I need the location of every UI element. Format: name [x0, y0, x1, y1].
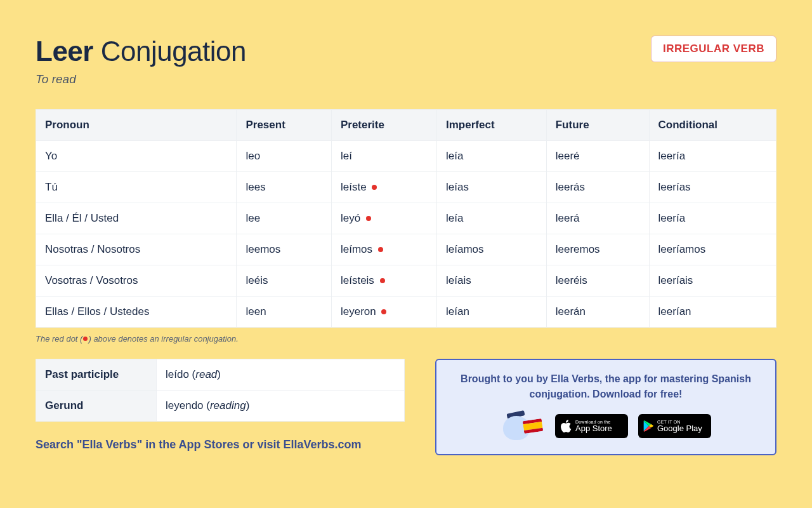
verb-translation: To read — [36, 72, 246, 86]
irregular-badge: IRREGULAR VERB — [651, 36, 776, 62]
table-row: Ellas / Ellos / Ustedesleenleyeron leían… — [36, 297, 776, 328]
page-title: Leer Conjugation — [36, 36, 246, 67]
pronoun-cell: Vosotras / Vosotros — [36, 265, 237, 297]
past-participle-value: leído (read) — [157, 359, 405, 391]
past-participle-label: Past participle — [36, 359, 157, 391]
pronoun-cell: Ellas / Ellos / Ustedes — [36, 297, 237, 328]
pronoun-cell: Nosotras / Nosotros — [36, 234, 237, 265]
table-row: Nosotras / Nosotrosleemosleímos leíamosl… — [36, 234, 776, 265]
preterite-cell: leímos — [331, 234, 436, 265]
google-play-icon — [643, 420, 653, 432]
table-header-row: PronounPresentPreteriteImperfectFutureCo… — [36, 110, 776, 141]
future-cell: leeréis — [546, 265, 649, 297]
column-header: Future — [546, 110, 649, 141]
table-row: Vosotras / Vosotrosleéisleísteis leíaisl… — [36, 265, 776, 297]
google-play-button[interactable]: GET IT ON Google Play — [638, 414, 711, 438]
conditional-cell: leería — [649, 141, 776, 172]
pronoun-cell: Yo — [36, 141, 237, 172]
promo-box: Brought to you by Ella Verbs, the app fo… — [435, 359, 776, 455]
pronoun-cell: Ella / Él / Usted — [36, 203, 237, 234]
footnote-before: The red dot ( — [36, 334, 82, 344]
irregular-dot-icon — [378, 247, 383, 252]
app-store-button[interactable]: Download on the App Store — [555, 414, 628, 438]
present-cell: lee — [237, 203, 332, 234]
imperfect-cell: leíamos — [437, 234, 547, 265]
conditional-cell: leerías — [649, 172, 776, 203]
future-cell: leerán — [546, 297, 649, 328]
header: Leer Conjugation To read IRREGULAR VERB — [36, 36, 776, 86]
preterite-cell: leí — [331, 141, 436, 172]
participles-table: Past participle leído (read) Gerund leye… — [36, 359, 405, 422]
title-suffix: Conjugation — [93, 36, 246, 67]
preterite-cell: leyó — [331, 203, 436, 234]
column-header: Preterite — [331, 110, 436, 141]
irregular-dot-icon — [372, 185, 377, 190]
preterite-cell: leíste — [331, 172, 436, 203]
imperfect-cell: leían — [437, 297, 547, 328]
conditional-cell: leeríais — [649, 265, 776, 297]
column-header: Imperfect — [437, 110, 547, 141]
preterite-cell: leyeron — [331, 297, 436, 328]
apple-icon — [560, 420, 572, 432]
pronoun-cell: Tú — [36, 172, 237, 203]
imperfect-cell: leía — [437, 203, 547, 234]
column-header: Present — [237, 110, 332, 141]
conjugation-table: PronounPresentPreteriteImperfectFutureCo… — [36, 109, 776, 328]
table-row: Gerund leyendo (reading) — [36, 391, 405, 422]
present-cell: leo — [237, 141, 332, 172]
future-cell: leerás — [546, 172, 649, 203]
participles-block: Past participle leído (read) Gerund leye… — [36, 359, 405, 451]
conditional-cell: leería — [649, 203, 776, 234]
irregular-dot-icon — [381, 309, 386, 314]
footnote-after: ) above denotes an irregular conjugation… — [88, 334, 238, 344]
conditional-cell: leeríamos — [649, 234, 776, 265]
promo-text: Brought to you by Ella Verbs, the app fo… — [450, 371, 761, 402]
search-cta: Search "Ella Verbs" in the App Stores or… — [36, 438, 405, 451]
imperfect-cell: leíais — [437, 265, 547, 297]
present-cell: leen — [237, 297, 332, 328]
irregular-dot-icon — [380, 278, 385, 283]
present-cell: lees — [237, 172, 332, 203]
verb-name: Leer — [36, 36, 93, 67]
table-row: Túleesleíste leíasleerásleerías — [36, 172, 776, 203]
title-block: Leer Conjugation To read — [36, 36, 246, 86]
promo-icons: Download on the App Store GET IT ON Goog… — [450, 411, 761, 441]
future-cell: leerá — [546, 203, 649, 234]
imperfect-cell: leías — [437, 172, 547, 203]
conditional-cell: leerían — [649, 297, 776, 328]
gerund-value: leyendo (reading) — [157, 391, 405, 422]
ella-verbs-logo-icon — [501, 411, 545, 441]
future-cell: leeremos — [546, 234, 649, 265]
present-cell: leemos — [237, 234, 332, 265]
gerund-label: Gerund — [36, 391, 157, 422]
red-dot-icon — [83, 337, 88, 341]
future-cell: leeré — [546, 141, 649, 172]
imperfect-cell: leía — [437, 141, 547, 172]
present-cell: leéis — [237, 265, 332, 297]
irregular-dot-icon — [366, 216, 371, 221]
column-header: Conditional — [649, 110, 776, 141]
lower-section: Past participle leído (read) Gerund leye… — [36, 359, 776, 455]
footnote: The red dot () above denotes an irregula… — [36, 334, 776, 344]
table-row: Ella / Él / Ustedleeleyó leíaleeráleería — [36, 203, 776, 234]
table-row: Past participle leído (read) — [36, 359, 405, 391]
table-row: Yoleoleíleíaleeréleería — [36, 141, 776, 172]
column-header: Pronoun — [36, 110, 237, 141]
preterite-cell: leísteis — [331, 265, 436, 297]
